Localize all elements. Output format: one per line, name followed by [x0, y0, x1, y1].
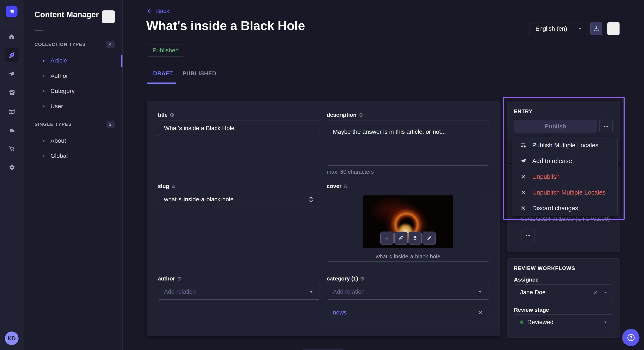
publish-button[interactable]: Publish [514, 120, 597, 133]
media-library-icon[interactable] [5, 86, 18, 100]
menu-item-discard-changes[interactable]: Discard changes [512, 200, 618, 216]
category-relation-item: news [327, 303, 489, 322]
section-single-types: SINGLE TYPES [34, 122, 72, 127]
clear-assignee-icon[interactable] [593, 290, 598, 295]
help-button[interactable] [622, 329, 640, 347]
slug-field-label: slug [158, 183, 176, 189]
assignee-label: Assignee [514, 276, 538, 283]
assignee-select[interactable]: Jane Doe [514, 285, 613, 300]
sidebar-item-category[interactable]: Category [42, 83, 115, 99]
back-label: Back [156, 8, 169, 14]
sidebar-item-article[interactable]: Article [42, 53, 115, 68]
title-input[interactable]: What's inside a Black Hole [158, 121, 320, 136]
more-horizontal-icon [603, 124, 609, 130]
copy-link-button[interactable] [394, 232, 408, 245]
caret-down-icon [603, 290, 608, 295]
export-button[interactable] [590, 22, 602, 35]
add-media-button[interactable] [380, 232, 394, 245]
caret-down-icon [578, 26, 583, 31]
locale-value: English (en) [536, 25, 567, 32]
settings-gear-icon[interactable] [5, 161, 18, 174]
header-more-button[interactable] [607, 22, 620, 35]
locale-select[interactable]: English (en) [529, 22, 587, 35]
cover-media-card: what-s-inside-a-black-hole [327, 192, 489, 262]
sidebar-item-label: User [50, 103, 63, 110]
stage-status-dot [520, 321, 524, 324]
single-types-count-badge: 2 [106, 121, 114, 128]
more-horizontal-icon [526, 233, 531, 238]
delete-media-button[interactable] [408, 232, 422, 245]
tab-draft[interactable]: DRAFT [153, 70, 173, 77]
home-icon[interactable] [5, 30, 18, 43]
content-manager-icon[interactable] [5, 48, 18, 62]
bullet-icon [42, 140, 44, 142]
releases-icon[interactable] [5, 67, 18, 81]
sidebar-item-global[interactable]: Global [42, 148, 115, 164]
review-stage-label: Review stage [514, 307, 549, 313]
search-icon [106, 14, 112, 20]
content-type-builder-icon[interactable] [5, 104, 18, 118]
review-workflows-panel: REVIEW WORKFLOWS Assignee Jane Doe Revie… [507, 258, 620, 338]
menu-item-publish-multiple-locales[interactable]: Publish Multiple Locales [512, 137, 618, 153]
menu-item-unpublish[interactable]: Unpublish [512, 169, 618, 184]
close-icon [520, 205, 527, 211]
review-workflows-heading: REVIEW WORKFLOWS [514, 265, 575, 271]
release-more-button[interactable] [522, 229, 535, 242]
back-arrow-icon [147, 8, 153, 14]
deploy-cloud-icon[interactable] [5, 123, 18, 137]
search-button[interactable] [102, 10, 115, 23]
sidebar-item-label: Article [50, 57, 67, 64]
active-item-indicator [121, 55, 122, 67]
sidebar-item-user[interactable]: User [42, 99, 115, 114]
marketplace-cart-icon[interactable] [5, 142, 18, 155]
caret-down-icon [603, 320, 608, 325]
link-icon [398, 235, 404, 241]
sidebar-title: Content Manager [34, 10, 99, 19]
cover-actions [380, 232, 436, 245]
author-field-label: author [158, 275, 182, 282]
sidebar-item-label: About [50, 137, 66, 144]
strapi-logo[interactable] [6, 6, 18, 17]
release-date-text: 09/11/2024 at 16:00 (UTC+02:00) [521, 215, 610, 222]
sidebar-item-about[interactable]: About [42, 133, 115, 149]
cover-filename: what-s-inside-a-black-hole [327, 253, 489, 260]
edit-icon [426, 235, 432, 241]
bullet-icon [42, 75, 44, 77]
relation-link[interactable]: news [333, 309, 347, 316]
entry-more-button[interactable] [600, 120, 613, 133]
add-icon [384, 235, 390, 241]
author-relation-select[interactable]: Add relation [158, 284, 320, 300]
entry-form-card: title What's inside a Black Hole descrip… [147, 101, 500, 336]
description-field-label: description [327, 112, 363, 118]
caret-down-icon [309, 289, 314, 294]
caret-down-icon [478, 289, 483, 294]
slug-input[interactable]: what-s-inside-a-black-hole [158, 192, 320, 207]
globe-icon [359, 113, 363, 117]
review-stage-select[interactable]: Reviewed [514, 314, 613, 330]
rail-divider [0, 24, 24, 24]
bullet-icon [42, 90, 44, 92]
bottom-button-peek[interactable] [302, 349, 344, 350]
main-nav-rail: KD [0, 0, 24, 350]
globe-icon [344, 184, 348, 188]
back-link[interactable]: Back [147, 8, 169, 14]
menu-item-add-to-release[interactable]: Add to release [512, 153, 618, 169]
menu-item-unpublish-multiple-locales[interactable]: Unpublish Multiple Locales [512, 184, 618, 200]
tab-published[interactable]: PUBLISHED [182, 70, 216, 77]
entry-actions-menu: Publish Multiple Locales Add to release … [512, 137, 618, 216]
entry-heading: ENTRY [514, 108, 532, 114]
user-avatar[interactable]: KD [5, 332, 18, 345]
sidebar-divider [34, 30, 44, 31]
stage-value: Reviewed [527, 319, 554, 326]
close-icon[interactable] [478, 310, 483, 315]
edit-media-button[interactable] [422, 232, 436, 245]
sidebar-item-author[interactable]: Author [42, 68, 115, 84]
description-textarea[interactable]: Maybe the answer is in this article, or … [327, 121, 489, 166]
globe-icon [360, 277, 364, 281]
page-title: What's inside a Black Hole [146, 18, 305, 33]
title-field-label: title [158, 112, 174, 118]
help-icon [626, 333, 636, 342]
collection-types-count-badge: 4 [106, 41, 114, 48]
refresh-icon [308, 196, 314, 202]
category-relation-select[interactable]: Add relation [327, 284, 489, 300]
